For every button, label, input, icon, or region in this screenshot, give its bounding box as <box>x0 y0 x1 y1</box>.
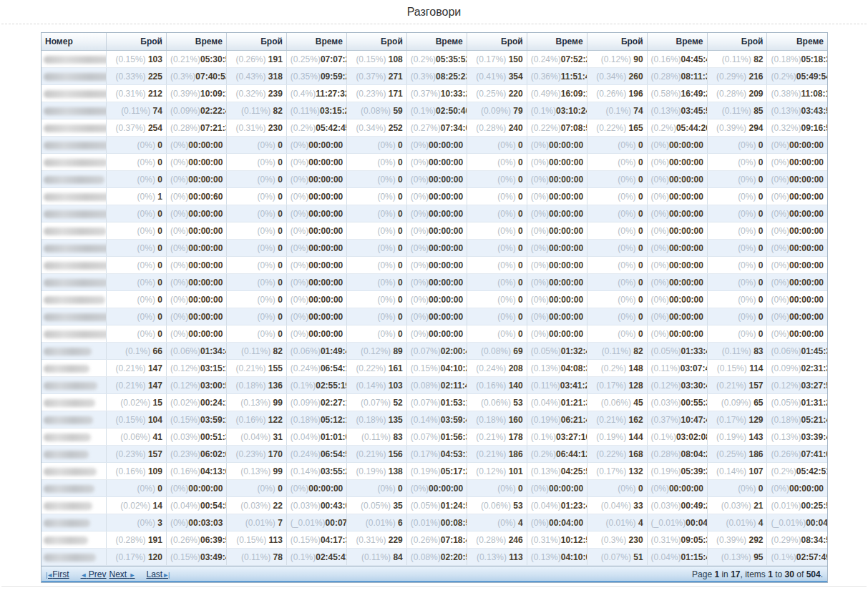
time-value: 00:00:00 <box>669 312 703 322</box>
percent-value: (0%) <box>291 140 308 150</box>
count-value: 103 <box>148 54 162 64</box>
count-cell: (0.11%) 74 <box>107 102 167 119</box>
column-header-0[interactable]: Номер <box>42 33 107 51</box>
percent-value: (0.21%) <box>476 449 508 459</box>
prev-page-link[interactable]: ◄ Prev <box>81 569 107 579</box>
count-value: 178 <box>509 432 523 442</box>
percent-value: (0%) <box>137 295 158 305</box>
percent-value: (0%) <box>258 312 278 322</box>
count-cell: (0.29%) 216 <box>707 68 767 85</box>
count-value: 186 <box>748 449 763 459</box>
percent-value: (0.04%) <box>651 552 681 562</box>
count-value: 0 <box>759 484 764 494</box>
percent-value: (0%) <box>377 484 398 494</box>
count-value: 0 <box>278 484 283 494</box>
table-row: (0.06%) 41(0.03%)00:51:39(0.04%) 31(0.04… <box>42 428 827 446</box>
masked-phone-number <box>44 468 97 476</box>
next-page-link[interactable]: Next ► <box>109 569 135 579</box>
time-value: 00:00:00 <box>188 329 223 339</box>
time-cell: (0%)00:00:00 <box>166 480 226 497</box>
percent-value: (0.11%) <box>722 106 754 116</box>
count-value: 0 <box>518 484 523 494</box>
percent-value: (0%) <box>531 209 549 219</box>
percent-value: (0.07%) <box>411 398 441 408</box>
count-value: 95 <box>754 552 763 562</box>
count-value: 0 <box>278 209 283 219</box>
time-value: 00:00:00 <box>308 278 343 288</box>
count-cell: (0.04%) 31 <box>226 428 286 446</box>
column-header-4[interactable]: Време <box>286 33 346 51</box>
column-header-9[interactable]: Брой <box>587 33 647 51</box>
time-value: 07:52:27 <box>561 54 587 64</box>
count-cell: (0.3%) 230 <box>587 531 647 549</box>
percent-value: (0.28%) <box>170 123 200 133</box>
percent-value: (0%) <box>771 192 789 202</box>
column-header-2[interactable]: Време <box>166 33 226 51</box>
time-cell: (0%)00:00:00 <box>166 137 226 154</box>
time-value: 00:00:00 <box>429 312 463 322</box>
count-cell: (0.25%) 220 <box>467 85 527 102</box>
column-header-12[interactable]: Време <box>767 33 827 51</box>
count-cell: (0%) 0 <box>467 222 527 240</box>
column-header-6[interactable]: Време <box>406 33 467 51</box>
time-value: 06:02:00 <box>200 449 226 459</box>
count-value: 216 <box>748 72 763 82</box>
count-value: 0 <box>157 157 162 167</box>
percent-value: (0.03%) <box>651 501 681 511</box>
percent-value: (0.04%) <box>531 501 561 511</box>
masked-phone-number <box>44 193 107 201</box>
count-cell: (0%) 0 <box>467 325 527 343</box>
masked-phone-number <box>44 296 105 304</box>
percent-value: (0.18%) <box>771 415 801 425</box>
count-cell: (0%) 0 <box>587 291 647 308</box>
column-header-1[interactable]: Брой <box>107 33 167 51</box>
count-cell: (0%) 0 <box>707 222 767 240</box>
time-cell: (0.39%)10:09:10 <box>166 85 226 102</box>
time-cell: (0.37%)10:33:20 <box>406 85 467 102</box>
count-cell: (0.01%) 4 <box>707 514 767 531</box>
last-page-link[interactable]: Last►| <box>146 569 169 579</box>
count-value: 0 <box>157 140 162 150</box>
column-header-10[interactable]: Време <box>647 33 707 51</box>
count-value: 271 <box>389 72 403 82</box>
first-page-link[interactable]: |◄First <box>46 569 69 579</box>
percent-value: (0.02%) <box>170 398 200 408</box>
column-header-3[interactable]: Брой <box>226 33 286 51</box>
percent-value: (0%) <box>618 226 638 236</box>
percent-value: (0.01%) <box>366 518 398 528</box>
time-value: 00:00:00 <box>188 295 223 305</box>
percent-value: (0%) <box>411 175 429 185</box>
count-cell: (0.19%) 138 <box>346 463 406 480</box>
time-value: 01:01:09 <box>321 432 346 442</box>
time-cell: (0.13%)04:25:59 <box>527 463 587 480</box>
count-cell: (0.21%) 147 <box>107 360 167 377</box>
percent-value: (0.04%) <box>531 398 561 408</box>
time-value: 05:39:35 <box>681 466 707 476</box>
count-cell: (0%) 0 <box>467 308 527 325</box>
column-header-7[interactable]: Брой <box>467 33 527 51</box>
count-cell: (0.13%) 113 <box>467 549 527 566</box>
percent-value: (0%) <box>651 484 669 494</box>
count-cell: (0.1%) 74 <box>587 102 647 119</box>
column-header-11[interactable]: Брой <box>707 33 767 51</box>
count-value: 0 <box>157 209 162 219</box>
masked-phone-number <box>44 262 107 270</box>
time-value: 02:31:38 <box>801 363 827 373</box>
number-cell-masked <box>42 68 107 85</box>
count-value: 147 <box>148 381 162 391</box>
percent-value: (0.38%) <box>771 89 801 99</box>
percent-value: (0%) <box>411 329 429 339</box>
time-cell: (0.15%)04:10:28 <box>406 360 467 377</box>
count-cell: (0%) 0 <box>107 308 167 325</box>
time-value: 00:07:17 <box>326 518 347 528</box>
count-cell: (0%) 0 <box>587 240 647 257</box>
prev-page-icon: ◄ <box>81 572 87 579</box>
percent-value: (0.26%) <box>596 89 628 99</box>
count-cell: (0.15%) 113 <box>226 531 286 549</box>
time-cell: (0%)00:00:00 <box>767 240 827 257</box>
count-value: 0 <box>518 175 523 185</box>
column-header-8[interactable]: Време <box>527 33 587 51</box>
column-header-5[interactable]: Брой <box>346 33 406 51</box>
percent-value: (0.13%) <box>531 466 561 476</box>
time-value: 00:00:00 <box>669 226 703 236</box>
